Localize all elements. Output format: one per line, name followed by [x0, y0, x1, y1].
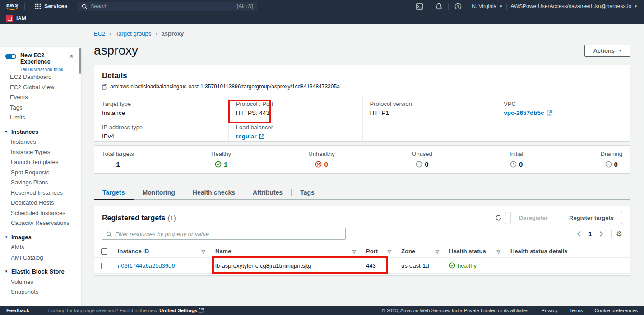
- chevron-right-icon: [599, 231, 603, 237]
- sidebar-item-ami-catalog[interactable]: AMI Catalog: [0, 253, 81, 263]
- sidebar-item-instance-types[interactable]: Instance Types: [0, 147, 81, 158]
- tab-monitoring[interactable]: Monitoring: [134, 186, 184, 200]
- target-type-value: Instance: [102, 110, 221, 116]
- sidebar-item-dedicated-hosts[interactable]: Dedicated Hosts: [0, 198, 81, 208]
- aws-logo[interactable]: aws: [6, 2, 18, 10]
- feedback-link[interactable]: Tell us what you think: [20, 67, 63, 72]
- sort-icon[interactable]: ▽: [352, 249, 356, 255]
- actions-button[interactable]: Actions ▼: [584, 45, 630, 57]
- vpc-label: VPC: [504, 100, 623, 107]
- next-page-button[interactable]: [597, 229, 607, 239]
- register-targets-button[interactable]: Register targets: [561, 212, 622, 224]
- breadcrumb-target-groups[interactable]: Target groups: [116, 30, 152, 37]
- sort-icon[interactable]: ▽: [436, 249, 439, 255]
- sidebar-item-events[interactable]: Events: [0, 92, 81, 103]
- privacy-link[interactable]: Privacy: [542, 308, 558, 313]
- refresh-button[interactable]: [491, 212, 506, 224]
- stat-initial: Initial 0: [510, 151, 523, 173]
- filter-input-container: [102, 228, 346, 240]
- global-search[interactable]: [Alt+S]: [78, 2, 257, 11]
- tab-targets[interactable]: Targets: [94, 186, 134, 200]
- external-link-icon: [547, 110, 552, 116]
- close-icon[interactable]: ×: [69, 53, 74, 59]
- column-header-name[interactable]: Name▽: [211, 245, 361, 258]
- sidebar-item-launch-templates[interactable]: Launch Templates: [0, 157, 81, 168]
- sidebar-section-images[interactable]: ▼ Images: [0, 233, 81, 243]
- sort-icon[interactable]: ▽: [388, 249, 391, 255]
- stat-total-targets: Total targets 1: [102, 151, 134, 173]
- terminal-icon: [416, 3, 423, 10]
- sidebar-item-savings-plans[interactable]: Savings Plans: [0, 178, 81, 188]
- ec2-sidebar: New EC2 Experience Tell us what you thin…: [0, 24, 81, 306]
- column-header-zone[interactable]: Zone▽: [397, 245, 445, 258]
- aws-smile-icon: [6, 7, 18, 10]
- column-header-health-status[interactable]: Health status▽: [445, 245, 506, 258]
- stat-unhealthy: Unhealthy 0: [308, 151, 335, 173]
- cookie-preferences-link[interactable]: Cookie preferences: [595, 308, 638, 313]
- help-button[interactable]: ?: [452, 1, 464, 11]
- pagination: 1 ⚙: [574, 229, 622, 239]
- feedback-button[interactable]: Feedback: [6, 308, 29, 313]
- details-column-2: Protocol : Port HTTPS: 443 Load balancer…: [228, 95, 362, 141]
- sidebar-section-instances[interactable]: ▼ Instances: [0, 127, 81, 137]
- sort-icon[interactable]: ▽: [497, 249, 500, 255]
- services-menu[interactable]: Services: [35, 3, 67, 9]
- notifications-button[interactable]: [433, 1, 445, 11]
- copy-icon[interactable]: [102, 84, 107, 90]
- region-selector[interactable]: N. Virginia ▼: [472, 3, 503, 9]
- chevron-expanded-icon: ▼: [5, 267, 8, 277]
- select-all-checkbox[interactable]: [101, 248, 107, 255]
- sidebar-item-reserved-instances[interactable]: Reserved Instances: [0, 188, 81, 198]
- unified-settings-link[interactable]: Unified Settings: [159, 308, 204, 313]
- sort-icon[interactable]: ▽: [202, 249, 205, 255]
- breadcrumb-ec2[interactable]: EC2: [94, 30, 105, 37]
- tab-tags[interactable]: Tags: [292, 186, 323, 200]
- sidebar-item-spot-requests[interactable]: Spot Requests: [0, 168, 81, 178]
- filter-input[interactable]: [115, 231, 342, 237]
- search-icon: [106, 231, 112, 237]
- sidebar-item-amis[interactable]: AMIs: [0, 242, 81, 253]
- column-header-port[interactable]: Port▽: [361, 245, 397, 258]
- sidebar-item-volumes[interactable]: Volumes: [0, 277, 81, 288]
- sidebar-item-ec2-global-view[interactable]: EC2 Global View: [0, 82, 81, 93]
- iam-service-icon: [6, 15, 13, 22]
- column-header-instance-id[interactable]: Instance ID▽: [113, 245, 211, 258]
- sidebar-item-instances[interactable]: Instances: [0, 137, 81, 147]
- sidebar-item-snapshots[interactable]: Snapshots: [0, 287, 81, 297]
- page-number[interactable]: 1: [586, 230, 595, 237]
- account-menu[interactable]: AWSPowerUserAccess/navaneeth.kn@harness.…: [510, 3, 638, 9]
- sidebar-item-limits[interactable]: Limits: [0, 113, 81, 123]
- total-targets-count: 1: [116, 160, 120, 168]
- divider: [506, 3, 507, 10]
- row-checkbox[interactable]: [101, 263, 107, 269]
- table-settings-button[interactable]: ⚙: [616, 230, 622, 237]
- registered-targets-panel: Registered targets (1) Deregister Regist…: [94, 206, 630, 276]
- protocol-port-label: Protocol : Port: [236, 100, 355, 107]
- vpc-link[interactable]: vpc-2657db5c: [504, 110, 551, 116]
- target-group-arn: arn:aws:elasticloadbalancing:us-east-1:3…: [110, 83, 340, 90]
- load-balancer-link[interactable]: regular: [236, 133, 264, 140]
- sidebar-item-ec2-dashboard[interactable]: EC2 Dashboard: [0, 72, 81, 82]
- tab-attributes[interactable]: Attributes: [244, 186, 291, 200]
- main-content: EC2 › Target groups › asproxy asproxy Ac…: [81, 24, 644, 306]
- sidebar-section-elastic-block-store[interactable]: ▼ Elastic Block Store: [0, 267, 81, 277]
- sidebar-item-scheduled-instances[interactable]: Scheduled Instances: [0, 208, 81, 219]
- healthy-count: 1: [224, 160, 227, 168]
- favorite-iam-link[interactable]: IAM: [16, 15, 26, 22]
- search-shortcut-hint: [Alt+S]: [237, 3, 253, 9]
- global-search-input[interactable]: [91, 3, 237, 9]
- terms-link[interactable]: Terms: [570, 308, 583, 313]
- previous-page-button[interactable]: [574, 229, 584, 239]
- sidebar-nav: EC2 Dashboard EC2 Global View Events Tag…: [0, 68, 81, 297]
- deregister-button[interactable]: Deregister: [510, 212, 556, 224]
- target-type-label: Target type: [102, 100, 221, 107]
- column-header-health-status-details: Health status details: [506, 245, 630, 258]
- load-balancer-label: Load balancer: [236, 124, 355, 131]
- sidebar-item-capacity-reservations[interactable]: Capacity Reservations: [0, 218, 81, 228]
- sidebar-item-tags[interactable]: Tags: [0, 103, 81, 113]
- new-experience-toggle[interactable]: [5, 54, 16, 59]
- tab-health-checks[interactable]: Health checks: [184, 186, 244, 200]
- external-link-icon: [199, 308, 204, 313]
- cloudshell-button[interactable]: [413, 1, 425, 11]
- instance-id-link[interactable]: i-06f1744a6a25d36d6: [118, 262, 175, 269]
